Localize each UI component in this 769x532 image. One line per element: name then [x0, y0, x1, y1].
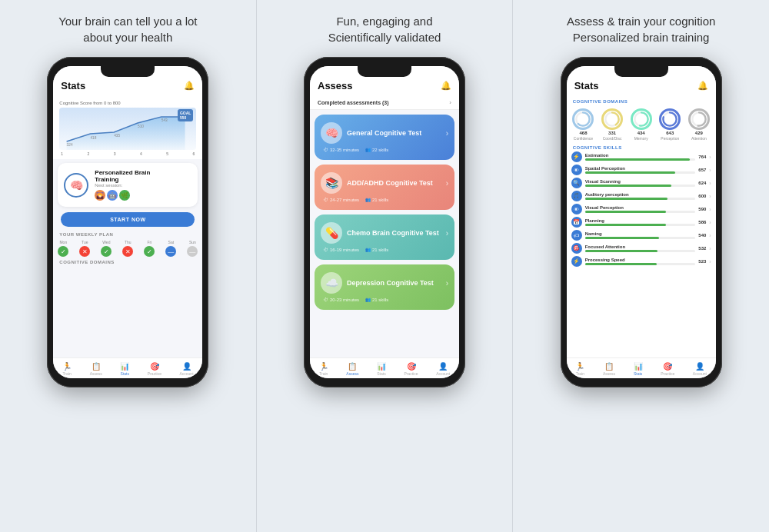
skill-auditory[interactable]: 🎵 Auditory perception 600 › [571, 191, 711, 201]
nav3-account[interactable]: 👤Account [693, 362, 707, 376]
skill-processing[interactable]: ⚡ Processing Speed 523 › [571, 256, 711, 267]
skill-chevron-naming: › [709, 233, 711, 238]
domain-coord: 331 Coord/Disc [601, 108, 623, 141]
skill-bar-bg-processing [585, 263, 696, 265]
domain-score-attention: 429 [695, 131, 703, 135]
skill-score-visual-perception: 590 [698, 207, 706, 211]
skill-bar-fill-focused [585, 250, 658, 252]
day-thu: Thu ✕ [122, 240, 133, 257]
nav2-train[interactable]: 🏃Train [319, 362, 328, 376]
nav2-account[interactable]: 👤Account [436, 362, 450, 376]
svg-text:435: 435 [115, 134, 121, 138]
assess-icon-2: 📋 [348, 362, 357, 371]
bell-icon-2[interactable]: 🔔 [441, 81, 451, 91]
domain-ring-confidence [572, 108, 594, 130]
cognitive-domains-label: COGNITIVE DOMAINS [53, 258, 202, 266]
skill-bar-bg-visual-perception [585, 211, 696, 213]
ring-svg-1 [572, 111, 594, 128]
phone-frame-2: Assess 🔔 Completed assessments (3) › 🧠 G… [304, 57, 465, 387]
test-meta-adhd: ⏱ 24-27 minutes 👥 21 skills [321, 197, 448, 202]
skill-naming[interactable]: 🏷 Naming 540 › [571, 230, 711, 241]
domain-ring-attention [688, 108, 710, 130]
skill-name-planning: Planning [585, 218, 696, 223]
panel-1: Your brain can tell you a lotabout your … [0, 0, 256, 532]
skill-bar-bg-visual-scanning [585, 185, 696, 187]
ring-svg-2 [601, 111, 623, 128]
train-icon: 🏃 [62, 362, 72, 371]
day-wed: Wed ✓ [101, 240, 112, 257]
card-title: Personalized BrainTraining [95, 169, 191, 183]
skill-score-processing: 523 [698, 259, 706, 264]
test-chevron-depression: › [446, 279, 448, 288]
svg-text:418: 418 [91, 136, 97, 140]
bottom-nav-2: 🏃Train 📋Assess 📊Stats 🎯Practice 👤Account [310, 357, 459, 378]
stats-icon-3: 📊 [634, 362, 643, 371]
skill-info-visual-perception: Visual Perception [585, 205, 696, 213]
day-tue: Tue ✕ [79, 240, 90, 257]
practice-icon: 🎯 [150, 362, 159, 371]
skill-info-auditory: Auditory perception [585, 192, 696, 200]
skill-chevron-focused: › [709, 246, 711, 251]
nav2-assess[interactable]: 📋Assess [346, 362, 358, 376]
test-card-chemo[interactable]: 💊 Chemo Brain Cognitive Test › ⏱ 16-19 m… [315, 214, 454, 260]
panel-2: Fun, engaging andScientifically validate… [257, 0, 513, 532]
skill-chevron-visual-scanning: › [709, 181, 711, 186]
test-time-depression: ⏱ 20-23 minutes [324, 297, 359, 302]
skill-bar-fill-visual-perception [585, 211, 666, 213]
skill-visual-scanning[interactable]: 🔍 Visual Scanning 624 › [571, 178, 711, 188]
day-dot-tue: ✕ [79, 246, 90, 257]
skill-bar-bg-focused [585, 250, 696, 252]
skill-bar-bg-naming [585, 237, 696, 239]
skill-score-planning: 586 [698, 220, 706, 224]
weekly-plan-label: YOUR WEEKLY PLAN [53, 231, 202, 238]
practice-icon-3: 🎯 [663, 362, 672, 371]
skill-info-focused: Focused Attention [585, 244, 696, 252]
test-card-general[interactable]: 🧠 General Cognitive Test › ⏱ 32-35 minut… [315, 115, 454, 160]
domain-name-attention: Attention [691, 136, 707, 141]
chart-area: 324 418 435 510 543 GOAL550 [59, 108, 196, 150]
nav-train[interactable]: 🏃Train [62, 362, 72, 376]
nav2-practice[interactable]: 🎯Practice [404, 362, 418, 376]
start-now-button[interactable]: START NOW [61, 212, 195, 227]
nav-stats[interactable]: 📊Stats [120, 362, 129, 376]
nav-assess[interactable]: 📋Assess [90, 362, 102, 376]
skill-icon-naming: 🏷 [571, 230, 582, 241]
brain-training-card[interactable]: 🧠 Personalized BrainTraining Next sessio… [58, 163, 198, 207]
bell-icon[interactable]: 🔔 [184, 81, 195, 91]
completed-text: Completed assessments (3) [318, 100, 389, 105]
day-dot-wed: ✓ [101, 246, 112, 257]
nav3-train[interactable]: 🏃Train [575, 362, 584, 376]
skill-info-planning: Planning [585, 218, 696, 226]
nav3-stats[interactable]: 📊Stats [634, 362, 643, 376]
account-icon: 👤 [182, 362, 191, 371]
skill-planning[interactable]: 📅 Planning 586 › [571, 217, 711, 228]
day-sat: Sat — [165, 240, 176, 257]
nav-practice[interactable]: 🎯Practice [148, 362, 161, 376]
nav3-assess[interactable]: 📋Assess [603, 362, 615, 376]
nav3-practice[interactable]: 🎯Practice [661, 362, 674, 376]
skill-focused[interactable]: 🎯 Focused Attention 532 › [571, 243, 711, 254]
completed-row[interactable]: Completed assessments (3) › [310, 96, 459, 110]
day-dot-sun: — [187, 246, 198, 257]
bell-icon-3[interactable]: 🔔 [697, 81, 708, 91]
day-dot-sat: — [165, 246, 176, 257]
skill-estimation[interactable]: ⚡ Estimation 764 › [571, 151, 711, 162]
panel-3-title: Assess & train your cognitionPersonalize… [567, 12, 715, 46]
test-card-depression[interactable]: ☁️ Depression Cognitive Test › ⏱ 20-23 m… [315, 264, 454, 310]
chart-x-labels: 123456 [59, 151, 196, 156]
svg-text:543: 543 [161, 118, 168, 122]
skill-name-auditory: Auditory perception [585, 192, 696, 197]
phone-notch-2 [358, 66, 411, 77]
bottom-nav-1: 🏃Train 📋Assess 📊Stats 🎯Practice 👤Account [53, 357, 202, 378]
skill-visual-perception[interactable]: 👁 Visual Perception 590 › [571, 204, 711, 214]
nav2-stats[interactable]: 📊Stats [377, 362, 386, 376]
skill-name-focused: Focused Attention [585, 244, 696, 249]
test-chevron-general: › [446, 129, 448, 138]
test-card-adhd[interactable]: 📚 ADD/ADHD Cognitive Test › ⏱ 24-27 minu… [315, 165, 454, 210]
chart-label: Cognitive Score from 0 to 800 [59, 101, 196, 105]
day-dot-fri: ✓ [144, 246, 155, 257]
domain-score-confidence: 468 [579, 131, 587, 135]
nav-account[interactable]: 👤Account [179, 362, 193, 376]
skill-info-visual-scanning: Visual Scanning [585, 179, 696, 187]
skill-spatial[interactable]: 👁 Spatial Perception 657 › [571, 165, 711, 175]
